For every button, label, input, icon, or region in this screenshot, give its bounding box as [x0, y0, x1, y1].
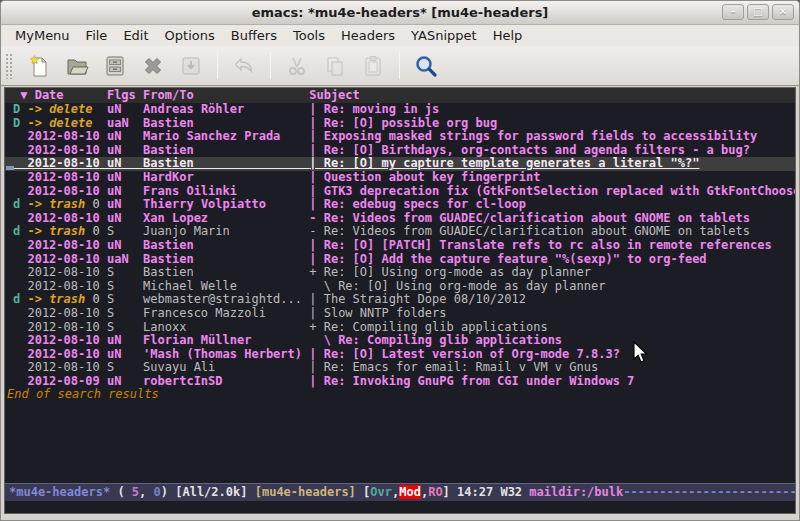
search-icon[interactable] — [413, 53, 439, 79]
menu-yasnippet[interactable]: YASnippet — [403, 27, 485, 44]
message-list: D -> delete uN Andreas Röhler | Re: movi… — [5, 103, 795, 388]
mu4e-headers-buffer[interactable]: ▼ Date Flgs From/To Subject D -> delete … — [5, 88, 795, 483]
menu-options[interactable]: Options — [157, 27, 223, 44]
copy-icon — [322, 53, 348, 79]
menu-edit[interactable]: Edit — [115, 27, 156, 44]
message-row[interactable]: d -> trash 0 S webmaster@straightd... | … — [13, 293, 795, 307]
current-row-fringe-marker — [6, 166, 14, 170]
menu-buffers[interactable]: Buffers — [223, 27, 285, 44]
window-title: emacs: *mu4e-headers* [mu4e-headers] — [252, 5, 549, 20]
end-of-results-text: End of search results — [5, 388, 795, 402]
message-row[interactable]: 2012-08-10 uN Mario Sanchez Prada | Expo… — [13, 130, 795, 144]
menu-mymenu[interactable]: MyMenu — [7, 27, 78, 44]
menu-bar: MyMenuFileEditOptionsBuffersToolsHeaders… — [1, 25, 799, 46]
message-row[interactable]: 2012-08-10 uN Bastien | Re: [O] Birthday… — [13, 144, 795, 158]
message-row[interactable]: D -> delete uaN Bastien | Re: [O] possib… — [13, 117, 795, 131]
message-row[interactable]: 2012-08-10 uN HardKor | Question about k… — [13, 171, 795, 185]
tool-bar — [1, 46, 799, 86]
message-row[interactable]: 2012-08-10 S Suvayu Ali | Re: Emacs for … — [13, 361, 795, 375]
toolbar-separator — [270, 52, 271, 79]
message-row[interactable]: D -> delete uN Andreas Röhler | Re: movi… — [13, 103, 795, 117]
toolbar-separator — [217, 52, 218, 79]
mode-line[interactable]: *mu4e-headers* ( 5, 0) [All/2.0k] [mu4e-… — [5, 483, 795, 501]
message-row[interactable]: 2012-08-10 uN 'Mash (Thomas Herbert) | R… — [13, 348, 795, 362]
message-row[interactable]: d -> trash 0 S Juanjo Marin - Re: Videos… — [13, 225, 795, 239]
delete-icon[interactable] — [140, 53, 166, 79]
message-row[interactable]: 2012-08-10 S Bastien + Re: [O] Using org… — [13, 266, 795, 280]
save-as-icon — [178, 53, 204, 79]
message-row[interactable]: 2012-08-10 uN Florian Müllner \ Re: Comp… — [13, 334, 795, 348]
menu-headers[interactable]: Headers — [333, 27, 403, 44]
maximize-button[interactable]: □ — [747, 4, 769, 20]
cut-icon — [284, 53, 310, 79]
menu-file[interactable]: File — [78, 27, 116, 44]
open-folder-icon[interactable] — [64, 53, 90, 79]
message-row[interactable]: 2012-08-10 S Lanoxx + Re: Compiling glib… — [13, 321, 795, 335]
message-row[interactable]: 2012-08-10 uN Bastien | Re: [O] my captu… — [5, 157, 795, 171]
echo-area — [5, 501, 795, 513]
message-row[interactable]: 2012-08-10 uN Bastien | Re: [O] [PATCH] … — [13, 239, 795, 253]
undo-icon — [231, 53, 257, 79]
save-icon[interactable] — [102, 53, 128, 79]
message-row[interactable]: 2012-08-09 uN robertcInSD | Re: Invoking… — [13, 375, 795, 389]
window-controls: – □ ✕ — [722, 4, 794, 20]
toolbar-separator — [399, 52, 400, 79]
message-row[interactable]: 2012-08-10 uN Xan Lopez - Re: Videos fro… — [13, 212, 795, 226]
headers-column-row[interactable]: ▼ Date Flgs From/To Subject — [5, 88, 795, 103]
message-row[interactable]: 2012-08-10 uN Frans Oilinki | GTK3 depre… — [13, 185, 795, 199]
message-row[interactable]: d -> trash 0 uN Thierry Volpiatto | Re: … — [13, 198, 795, 212]
toolbar-grip[interactable] — [5, 53, 12, 79]
menu-tools[interactable]: Tools — [285, 27, 333, 44]
menu-help[interactable]: Help — [485, 27, 531, 44]
new-file-icon[interactable] — [26, 53, 52, 79]
close-button[interactable]: ✕ — [772, 4, 794, 20]
message-row[interactable]: 2012-08-10 uaN Bastien | Re: [O] Add the… — [13, 253, 795, 267]
emacs-window: emacs: *mu4e-headers* [mu4e-headers] – □… — [0, 0, 800, 521]
emacs-frame-content: ▼ Date Flgs From/To Subject D -> delete … — [4, 87, 796, 514]
paste-icon — [360, 53, 386, 79]
message-row[interactable]: 2012-08-10 S Michael Welle \ Re: [O] Usi… — [13, 280, 795, 294]
message-row[interactable]: 2012-08-10 S Francesco Mazzoli | Slow NN… — [13, 307, 795, 321]
minimize-button[interactable]: – — [722, 4, 744, 20]
title-bar[interactable]: emacs: *mu4e-headers* [mu4e-headers] – □… — [1, 1, 799, 25]
